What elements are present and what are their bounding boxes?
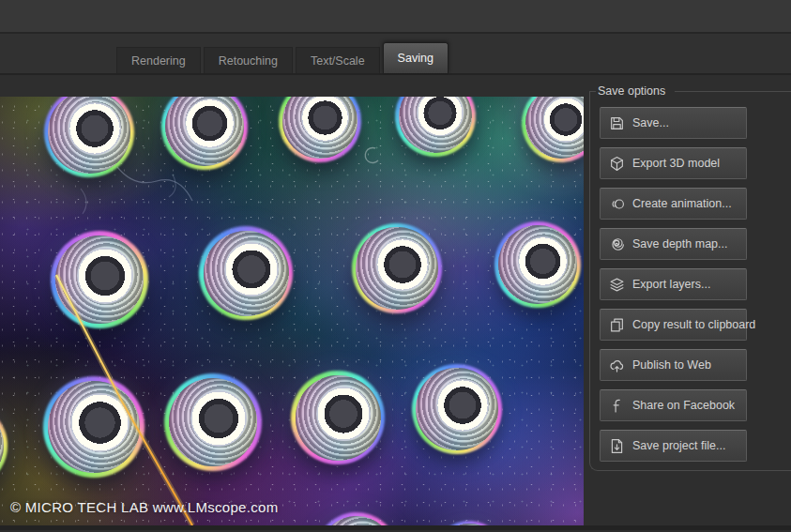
tab-rendering[interactable]: Rendering	[116, 47, 201, 73]
button-label: Save...	[632, 116, 669, 129]
threaded-post	[352, 223, 442, 313]
cube-3d-icon	[609, 156, 625, 172]
content-area: © MICRO TECH LAB www.LMscope.com Save op…	[0, 75, 791, 530]
threaded-post	[43, 376, 145, 478]
facebook-icon	[609, 398, 625, 414]
export-layers--button[interactable]: Export layers...	[600, 268, 747, 300]
save--button[interactable]: Save...	[600, 107, 747, 139]
publish-web-icon	[609, 357, 625, 373]
threaded-post	[51, 231, 148, 328]
threaded-post	[494, 221, 581, 308]
image-viewport[interactable]: © MICRO TECH LAB www.LMscope.com	[0, 97, 584, 525]
tab-saving[interactable]: Saving	[383, 42, 449, 73]
export-3d-model-button[interactable]: Export 3D model	[600, 147, 747, 179]
button-label: Save depth map...	[632, 237, 727, 251]
threaded-post	[164, 373, 262, 471]
scratch-mark	[365, 147, 378, 162]
threaded-post	[161, 97, 248, 170]
share-on-facebook-button[interactable]: Share on Facebook	[600, 389, 747, 421]
threaded-post	[279, 97, 361, 162]
tab-retouching[interactable]: Retouching	[204, 47, 293, 73]
button-label: Export layers...	[632, 278, 710, 291]
button-label: Create animation...	[632, 197, 732, 210]
button-label: Publish to Web	[632, 358, 711, 372]
threaded-post	[199, 226, 293, 320]
save-depth-map--button[interactable]: Save depth map...	[600, 228, 747, 260]
button-label: Export 3D model	[632, 157, 720, 170]
button-label: Share on Facebook	[632, 399, 735, 412]
copy-result-to-clipboard-button[interactable]: Copy result to clipboard	[600, 309, 747, 341]
scratch-mark	[117, 167, 192, 201]
depth-map-icon	[609, 236, 625, 252]
threaded-post	[315, 512, 398, 525]
save-options-group: Save options Save...Export 3D modelCreat…	[589, 84, 791, 471]
publish-to-web-button[interactable]: Publish to Web	[600, 349, 747, 381]
save-file-icon	[609, 438, 625, 454]
bottom-edge-strip	[0, 525, 791, 530]
layers-icon	[609, 277, 625, 293]
button-label: Copy result to clipboard	[632, 318, 755, 331]
threaded-post	[395, 97, 476, 157]
threaded-post	[44, 97, 134, 177]
copyright-watermark: © MICRO TECH LAB www.LMscope.com	[10, 499, 278, 515]
copy-icon	[609, 317, 625, 333]
animation-icon	[609, 196, 625, 212]
save-project-file--button[interactable]: Save project file...	[600, 430, 747, 462]
save-options-label: Save options	[596, 84, 675, 98]
create-animation--button[interactable]: Create animation...	[600, 188, 747, 220]
button-label: Save project file...	[632, 439, 725, 452]
save-options-panel: Save options Save...Export 3D modelCreat…	[584, 75, 791, 525]
threaded-post	[0, 403, 8, 489]
tab-text-scale[interactable]: Text/Scale	[296, 47, 380, 73]
threaded-post	[412, 364, 502, 454]
title-bar	[0, 0, 791, 34]
threaded-post	[291, 371, 385, 464]
tab-bar: RenderingRetouchingText/ScaleSaving	[0, 34, 791, 75]
scratch-mark	[81, 175, 175, 214]
app-window: RenderingRetouchingText/ScaleSaving	[0, 0, 791, 532]
save-icon	[609, 115, 625, 131]
threaded-post	[522, 97, 584, 162]
